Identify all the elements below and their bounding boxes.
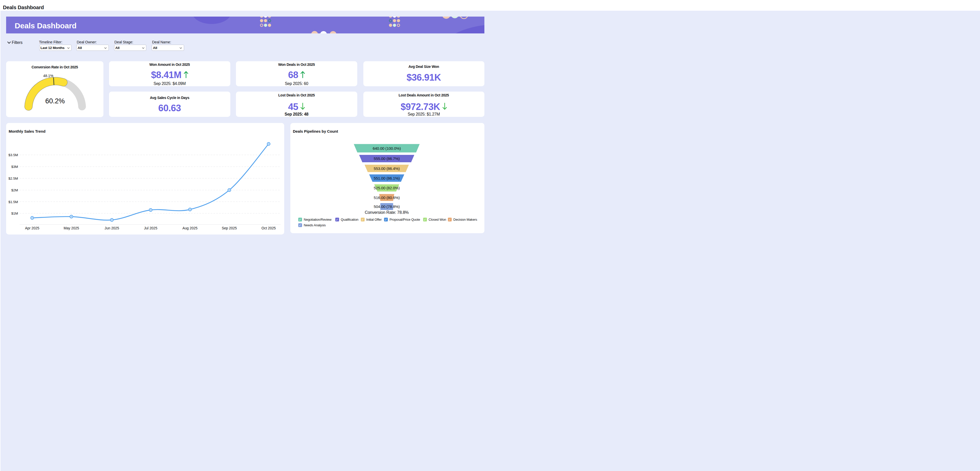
svg-text:Sep 2025: Sep 2025 bbox=[222, 226, 237, 230]
svg-text:553.00 (86.4%): 553.00 (86.4%) bbox=[374, 167, 399, 171]
svg-text:$1M: $1M bbox=[11, 211, 18, 215]
svg-text:555.00 (86.7%): 555.00 (86.7%) bbox=[374, 156, 399, 161]
svg-text:504.00 (78.8%): 504.00 (78.8%) bbox=[374, 205, 399, 209]
svg-text:May 2025: May 2025 bbox=[64, 226, 79, 230]
svg-text:Jul 2025: Jul 2025 bbox=[144, 226, 157, 230]
svg-text:525.00 (82.0%): 525.00 (82.0%) bbox=[374, 186, 399, 190]
svg-text:Oct 2025: Oct 2025 bbox=[261, 226, 276, 230]
svg-text:$2M: $2M bbox=[11, 188, 18, 192]
svg-text:$3M: $3M bbox=[11, 165, 18, 169]
svg-text:516.00 (80.6%): 516.00 (80.6%) bbox=[374, 195, 399, 200]
svg-text:Conversion Rate: 78.8%: Conversion Rate: 78.8% bbox=[364, 210, 409, 214]
svg-text:Jun 2025: Jun 2025 bbox=[105, 226, 119, 230]
svg-text:Apr 2025: Apr 2025 bbox=[25, 226, 39, 230]
svg-text:551.00 (86.1%): 551.00 (86.1%) bbox=[374, 176, 399, 181]
svg-text:$2.5M: $2.5M bbox=[8, 176, 18, 181]
svg-text:$3.5M: $3.5M bbox=[8, 153, 18, 157]
svg-text:$1.5M: $1.5M bbox=[8, 200, 18, 204]
svg-text:Aug 2025: Aug 2025 bbox=[182, 226, 197, 230]
svg-text:640.00 (100.0%): 640.00 (100.0%) bbox=[372, 146, 401, 151]
